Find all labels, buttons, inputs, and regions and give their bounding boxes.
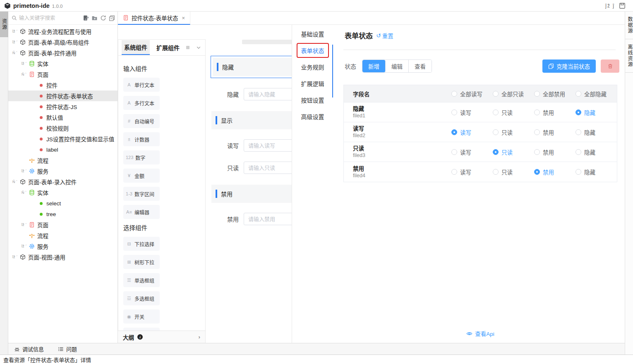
search-box[interactable] [12,15,81,21]
radio-unselected[interactable] [534,129,540,135]
expander-icon[interactable]: Ñ ˋ [20,72,28,76]
tree-item[interactable]: label [8,144,117,155]
tree-item[interactable]: îž ˊ页面 [8,219,117,230]
tab-form-state[interactable]: 控件状态-表单状态 × [118,12,190,25]
tree-item[interactable]: 控件 [8,80,117,90]
expander-icon[interactable]: Ñ ˋ [11,51,19,55]
radio-unselected[interactable] [575,149,581,155]
state-button[interactable]: 新增 [362,60,386,72]
settings-menu-item-plain[interactable]: 基础设置 [292,26,333,42]
component-card[interactable]: ⊞树形下拉 [123,255,160,269]
component-card[interactable]: ¥金额 [123,169,160,183]
tree-item[interactable]: JS设置控件提交值和显示值 [8,133,117,144]
settings-menu-item-plain[interactable]: 高级设置 [292,108,333,125]
rail-tab-数据源[interactable]: 数据源 [625,12,633,39]
expander-icon[interactable]: îž ˊ [11,29,19,33]
field-input[interactable] [244,213,292,225]
tree-item[interactable]: îž ˊ页面-视图-通用 [8,252,117,262]
radio-unselected[interactable] [493,129,499,135]
component-card[interactable]: ☰单选框组 [123,273,160,287]
settings-menu-item-plain[interactable]: 扩展逻辑 [292,75,333,92]
radio-unselected[interactable] [451,149,457,155]
expander-icon[interactable]: Ñ ˋ [11,180,19,184]
export-doc-icon[interactable] [83,15,89,21]
tree-item[interactable]: Ñ ˋ页面-表单-控件通用 [8,48,117,58]
tree-item[interactable]: îž ˊ服务 [8,166,117,176]
tree-item[interactable]: tree [8,209,117,219]
search-input[interactable] [19,15,81,21]
tree-item[interactable]: 校验规则 [8,123,117,133]
expander-icon[interactable]: îž ˊ [11,40,19,44]
component-card[interactable]: A≡编辑器 [123,205,160,219]
expander-icon[interactable]: îž ˊ [11,255,19,259]
view-api-link[interactable]: 查看Api [466,329,494,338]
radio-unselected[interactable] [534,91,540,97]
component-card[interactable]: ◉开关 [123,309,160,324]
tree-item[interactable]: 控件状态-JS [8,101,117,112]
clone-state-button[interactable]: 克隆当前状态 [542,59,596,73]
outline-footer[interactable]: 大纲 i › [118,331,206,343]
tree-item[interactable]: îž ˊ实体 [8,58,117,69]
settings-menu-item-plain[interactable]: 按钮设置 [292,92,333,108]
radio-unselected[interactable] [493,109,499,115]
tree-item[interactable]: îž ˊ服务 [8,241,117,252]
chevron-down-icon[interactable] [196,45,201,50]
rail-tab-离线资源[interactable]: 离线资源 [625,39,633,73]
palette-tab-extend[interactable]: 扩展组件 [154,40,182,55]
form-group-header[interactable]: 隐藏 [213,58,292,76]
field-input[interactable] [244,162,292,174]
chevron-right-icon[interactable]: › [199,334,201,340]
form-group-header[interactable]: 禁用 [211,185,292,203]
settings-menu-item-active[interactable]: 表单状态 [292,42,333,59]
component-card[interactable]: A多行文本 [123,96,160,110]
component-card[interactable]: 123数字 [123,150,160,164]
component-card[interactable]: ⊟下拉选择 [123,237,160,251]
radio-unselected[interactable] [451,91,457,97]
tree-item[interactable]: 默认值 [8,112,117,123]
component-card[interactable]: #自动编号 [123,114,160,128]
field-input[interactable] [244,139,292,152]
radio-selected[interactable] [534,169,540,175]
radio-unselected[interactable] [534,109,540,115]
tree-item[interactable]: 流程 [8,155,117,166]
bottom-toolbar-item[interactable]: 问题 [58,345,77,353]
tree-item[interactable]: Ñ ˋ页面 [8,69,117,80]
tree-item[interactable]: select [8,198,117,209]
reset-link[interactable]: ↺ 重置 [376,31,393,40]
expander-icon[interactable]: Ñ ˋ [20,190,28,195]
expander-icon[interactable]: îž ˊ [20,169,28,173]
save-icon[interactable] [619,2,626,9]
tab-close-icon[interactable]: × [182,15,185,21]
radio-selected[interactable] [493,149,499,155]
expander-icon[interactable]: îž ˊ [20,223,28,227]
radio-unselected[interactable] [575,129,581,135]
expander-icon[interactable]: îž ˊ [20,62,28,66]
component-card[interactable]: ◷时间选择 [123,328,160,331]
new-folder-icon[interactable] [91,15,98,21]
radio-selected[interactable] [451,129,457,135]
radio-unselected[interactable] [575,91,581,97]
component-card[interactable]: ☲多选框组 [123,291,160,305]
state-button[interactable]: 查看 [409,60,432,72]
tree-item[interactable]: 流程 [8,230,117,241]
radio-unselected[interactable] [493,169,499,175]
collapse-all-icon[interactable] [109,15,115,21]
tree-item[interactable]: îž ˊ流程-业务流程配置与使用 [8,26,117,37]
state-button[interactable]: 编辑 [386,60,409,72]
delete-state-button[interactable] [601,59,619,73]
rail-tab-resources[interactable]: 资源 [0,12,8,37]
form-group-header[interactable]: 显示 [211,111,292,129]
settings-menu-item-plain[interactable]: 业务规则 [292,59,333,75]
component-card[interactable]: 1-3数字区间 [123,187,160,201]
tree-item[interactable]: îž ˊ页面-表单-高级/布局组件 [8,37,117,48]
radio-unselected[interactable] [493,91,499,97]
radio-selected[interactable] [575,109,581,115]
radio-unselected[interactable] [575,169,581,175]
tree-item[interactable]: Ñ ˋ页面-表单-录入控件 [8,176,117,187]
radio-unselected[interactable] [534,149,540,155]
radio-unselected[interactable] [451,109,457,115]
bottom-toolbar-item[interactable]: 调试信息 [14,345,44,353]
tree-item[interactable]: Ñ ˋ实体 [8,187,117,198]
titlebar-glyph-icons[interactable]: ĵž ĵ [605,3,615,9]
component-card[interactable]: ±计数器 [123,132,160,146]
